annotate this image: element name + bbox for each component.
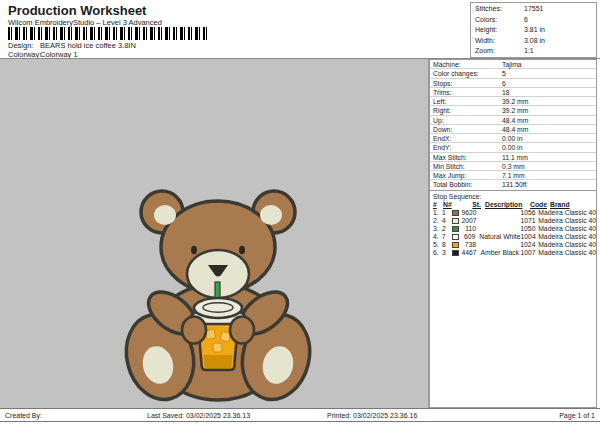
machine-row: Machine:Tajima xyxy=(430,60,596,69)
stop-sequence-row: 1. 1 9620 1056 Madeira Classic 40 xyxy=(430,209,596,217)
summary-row-width: Width: 3.08 in xyxy=(471,36,596,47)
bear-left-eye xyxy=(191,246,197,254)
machine-value: 39.2 mm xyxy=(502,106,528,114)
machine-value: 48.4 mm xyxy=(502,116,528,124)
machine-value: Tajima xyxy=(502,60,522,68)
machine-row: Trims:18 xyxy=(430,88,596,97)
summary-value: 3.81 in xyxy=(524,25,545,36)
machine-label: Up: xyxy=(430,116,502,124)
machine-value: 0.00 in xyxy=(502,134,522,142)
machine-label: Total Bobbin: xyxy=(430,180,502,189)
barcode-image xyxy=(8,27,210,40)
col-header-description: Description xyxy=(483,201,530,209)
machine-label: Down: xyxy=(430,125,502,133)
bear-right-eye xyxy=(239,246,245,254)
machine-label: Right: xyxy=(430,106,502,114)
thread-color-swatch xyxy=(452,218,459,224)
summary-row-colors: Colors: 6 xyxy=(471,15,596,26)
machine-row: Max Stitch:11.1 mm xyxy=(430,153,596,162)
machine-value: 5 xyxy=(502,69,506,77)
thread-color-swatch xyxy=(452,250,459,256)
machine-row: Right:39.2 mm xyxy=(430,106,596,115)
stop-sequence-title: Stop Sequence: xyxy=(430,191,596,201)
bear-right-paw xyxy=(230,317,254,344)
machine-info-box: Machine:Tajima Color changes:5 Stops:6 T… xyxy=(429,59,597,191)
machine-label: Max Stitch: xyxy=(430,153,502,161)
thread-color-swatch xyxy=(452,234,459,240)
ice-cube xyxy=(213,343,222,352)
machine-row: Left:39.2 mm xyxy=(430,97,596,106)
bear-left-paw xyxy=(182,317,206,344)
col-header-num: # xyxy=(430,201,443,209)
page-footer: Created By: Last Saved: 03/02/2025 23.36… xyxy=(0,408,600,422)
summary-label: Height: xyxy=(471,25,524,36)
design-label: Design: xyxy=(8,41,38,50)
machine-row: Up:48.4 mm xyxy=(430,116,596,125)
printed-timestamp: Printed: 03/02/2025 23.36.16 xyxy=(327,409,417,422)
summary-label: Stitches: xyxy=(471,4,524,15)
machine-label: Color changes: xyxy=(430,69,502,77)
summary-row-zoom: Zoom: 1:1 xyxy=(471,46,596,57)
machine-row: Color changes:5 xyxy=(430,69,596,78)
machine-label: Left: xyxy=(430,97,502,105)
machine-value: 18 xyxy=(502,88,510,96)
machine-row: Stops:6 xyxy=(430,79,596,88)
machine-label: Machine: xyxy=(430,60,502,68)
machine-label: Trims: xyxy=(430,88,502,96)
summary-value: 6 xyxy=(524,15,528,26)
design-canvas xyxy=(0,59,429,408)
cup-lid-top xyxy=(194,298,242,318)
summary-value: 17551 xyxy=(524,4,543,15)
summary-row-stitches: Stitches: 17551 xyxy=(471,4,596,15)
col-header-stitch: St. xyxy=(465,201,483,209)
bear-right-inner-ear xyxy=(260,205,282,225)
machine-row: EndY:0.00 in xyxy=(430,143,596,152)
last-saved-timestamp: Last Saved: 03/02/2025 23.36.13 xyxy=(147,409,250,422)
col-header-needle: N# xyxy=(443,201,454,209)
page-number: Page 1 of 1 xyxy=(559,409,595,422)
machine-row: Down:48.4 mm xyxy=(430,125,596,134)
summary-label: Zoom: xyxy=(471,46,524,57)
stop-sequence-row: 6. 3 4467 Amber Black 1007 Madeira Class… xyxy=(430,249,596,257)
thread-color-swatch xyxy=(452,226,459,232)
stop-sequence-box: Stop Sequence: # N# St. Description Code… xyxy=(429,191,597,408)
machine-value: 48.4 mm xyxy=(502,125,528,133)
machine-label: Min Stitch: xyxy=(430,162,502,170)
app-version-line: Wilcom EmbroideryStudio – Level 3 Advanc… xyxy=(8,18,162,27)
stop-sequence-row: 5. 8 738 1024 Madeira Classic 40 xyxy=(430,241,596,249)
machine-label: EndX: xyxy=(430,134,502,142)
summary-label: Width: xyxy=(471,36,524,47)
stop-sequence-row: 3. 2 110 1050 Madeira Classic 40 xyxy=(430,225,596,233)
machine-row: Max Jump:7.1 mm xyxy=(430,171,596,180)
design-name: BEARS hold ice coffee 3.8IN xyxy=(40,41,136,50)
machine-label: EndY: xyxy=(430,143,502,151)
machine-value: 131.50ft xyxy=(502,180,527,189)
machine-value: 39.2 mm xyxy=(502,97,528,105)
drink-bottom-band xyxy=(204,355,233,369)
stop-sequence-row: 2. 4 2007 1071 Madeira Classic 40 xyxy=(430,217,596,225)
machine-value: 0.00 in xyxy=(502,143,522,151)
thread-color-swatch xyxy=(452,210,459,216)
col-header-brand: Brand xyxy=(550,201,596,209)
col-header-code: Code xyxy=(530,201,550,209)
summary-value: 3.08 in xyxy=(524,36,545,47)
design-summary-box: Stitches: 17551 Colors: 6 Height: 3.81 i… xyxy=(470,2,597,58)
machine-value: 7.1 mm xyxy=(502,171,525,179)
bear-left-inner-ear xyxy=(154,205,176,225)
design-row: Design: BEARS hold ice coffee 3.8IN xyxy=(8,41,136,50)
created-by-label: Created By: xyxy=(5,409,42,422)
summary-value: 1:1 xyxy=(524,46,534,57)
machine-row: EndX:0.00 in xyxy=(430,134,596,143)
summary-row-height: Height: 3.81 in xyxy=(471,25,596,36)
machine-value: 0.3 mm xyxy=(502,162,525,170)
summary-label: Colors: xyxy=(471,15,524,26)
machine-value: 11.1 mm xyxy=(502,153,528,161)
machine-row: Min Stitch:0.3 mm xyxy=(430,162,596,171)
stop-sequence-row: 4. 7 609 Natural White 1004 Madeira Clas… xyxy=(430,233,596,241)
bear-design-image xyxy=(118,179,318,409)
machine-row: Total Bobbin:131.50ft xyxy=(430,180,596,189)
machine-value: 6 xyxy=(502,79,506,87)
stop-sequence-header: # N# St. Description Code Brand xyxy=(430,201,596,209)
thread-color-swatch xyxy=(452,242,459,248)
production-worksheet-page: Production Worksheet Wilcom EmbroiderySt… xyxy=(0,0,600,424)
